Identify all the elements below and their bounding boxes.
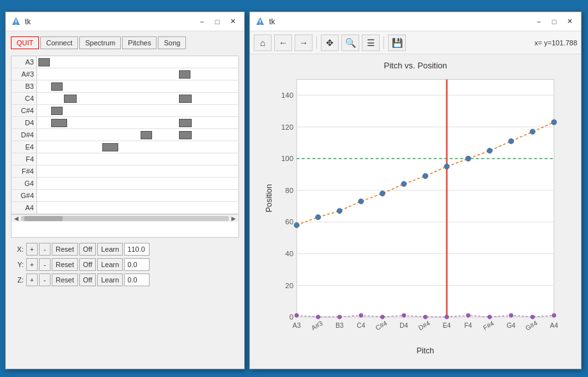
- svg-text:60: 60: [285, 218, 293, 226]
- pitches-button[interactable]: Pitches: [122, 36, 157, 49]
- ctrl-plus-0[interactable]: +: [26, 243, 38, 256]
- piano-row-track[interactable]: [37, 117, 238, 128]
- right-close-button[interactable]: ✕: [563, 15, 576, 28]
- svg-point-42: [380, 191, 385, 196]
- ctrl-minus-1[interactable]: -: [39, 258, 50, 271]
- svg-text:120: 120: [281, 123, 293, 131]
- back-button[interactable]: ←: [274, 35, 292, 51]
- song-button[interactable]: Song: [158, 36, 186, 49]
- zoom-button[interactable]: 🔍: [341, 35, 359, 51]
- svg-text:20: 20: [285, 282, 293, 289]
- ctrl-off-2[interactable]: Off: [79, 273, 96, 286]
- left-titlebar: tk − □ ✕: [6, 12, 244, 31]
- svg-point-55: [380, 315, 384, 319]
- svg-point-51: [295, 313, 298, 317]
- ctrl-reset-1[interactable]: Reset: [52, 258, 78, 271]
- scroll-right-icon[interactable]: ▶: [230, 215, 237, 222]
- svg-text:100: 100: [281, 155, 293, 162]
- ctrl-plus-2[interactable]: +: [26, 273, 38, 286]
- right-window-title: tk: [269, 17, 532, 26]
- svg-point-43: [401, 181, 406, 187]
- piano-row-label: C#4: [12, 105, 37, 116]
- piano-row-label: A4: [12, 202, 37, 213]
- svg-point-48: [509, 139, 514, 144]
- connect-button[interactable]: Connect: [40, 36, 78, 49]
- ctrl-reset-2[interactable]: Reset: [52, 273, 78, 286]
- pitch-position-chart: 020406080100120140A3A#3B3C4C#4D4D#4E4F4F…: [256, 73, 575, 357]
- ctrl-reset-0[interactable]: Reset: [52, 243, 78, 256]
- svg-text:C#4: C#4: [375, 319, 389, 332]
- svg-point-50: [552, 119, 557, 125]
- piano-row-track[interactable]: [37, 93, 238, 104]
- svg-text:40: 40: [285, 250, 293, 258]
- piano-row-track[interactable]: [37, 141, 238, 153]
- piano-row-track[interactable]: [37, 105, 238, 116]
- right-minimize-button[interactable]: −: [532, 15, 545, 28]
- ctrl-value-0: 110.0: [124, 243, 150, 256]
- settings-button[interactable]: ☰: [362, 35, 380, 51]
- quit-button[interactable]: QUIT: [11, 36, 39, 49]
- piano-row-track[interactable]: [37, 153, 238, 165]
- piano-row-label: A#3: [12, 68, 37, 80]
- svg-point-3: [259, 24, 261, 25]
- piano-row: A4: [12, 202, 238, 214]
- ctrl-value-2: 0.0: [124, 273, 150, 286]
- piano-row-track[interactable]: [37, 178, 238, 189]
- svg-point-1: [15, 24, 17, 25]
- forward-button[interactable]: →: [295, 35, 313, 51]
- left-maximize-button[interactable]: □: [211, 15, 224, 28]
- piano-row: C#4: [12, 105, 238, 117]
- home-button[interactable]: ⌂: [254, 35, 272, 51]
- svg-text:F#4: F#4: [482, 319, 495, 332]
- ctrl-learn-1[interactable]: Learn: [97, 258, 123, 271]
- piano-block: [179, 95, 192, 103]
- scroll-thumb[interactable]: [21, 216, 229, 221]
- piano-row: E4: [12, 141, 238, 153]
- piano-block: [51, 119, 67, 127]
- svg-point-52: [316, 315, 320, 319]
- ctrl-plus-1[interactable]: +: [26, 258, 38, 271]
- svg-text:80: 80: [285, 187, 293, 194]
- left-minimize-button[interactable]: −: [196, 15, 208, 28]
- move-button[interactable]: ✥: [321, 35, 339, 51]
- scroll-left-icon[interactable]: ◀: [13, 215, 20, 222]
- piano-row-track[interactable]: [37, 81, 238, 92]
- ctrl-label-0: X:: [13, 245, 24, 253]
- svg-text:Position: Position: [265, 184, 274, 212]
- chart-container: 020406080100120140A3A#3B3C4C#4D4D#4E4F4F…: [256, 73, 575, 357]
- svg-point-54: [359, 313, 363, 317]
- svg-point-58: [445, 315, 449, 319]
- piano-row: A3: [12, 56, 238, 68]
- piano-row-label: A3: [12, 56, 37, 68]
- svg-point-61: [509, 313, 513, 317]
- svg-text:D#4: D#4: [417, 319, 431, 332]
- ctrl-minus-0[interactable]: -: [39, 243, 50, 256]
- ctrl-learn-2[interactable]: Learn: [97, 273, 123, 286]
- piano-row-track[interactable]: [37, 129, 238, 141]
- piano-row: G#4: [12, 190, 238, 202]
- piano-row: C4: [12, 93, 238, 105]
- svg-text:D4: D4: [399, 322, 408, 329]
- piano-row-track[interactable]: [37, 56, 238, 68]
- piano-block: [64, 95, 77, 103]
- piano-row-track[interactable]: [37, 202, 238, 213]
- ctrl-minus-2[interactable]: -: [39, 273, 50, 286]
- svg-point-60: [488, 315, 491, 319]
- svg-text:A3: A3: [293, 322, 301, 329]
- save-button[interactable]: 💾: [388, 35, 406, 51]
- piano-row-label: E4: [12, 141, 37, 153]
- svg-text:G#4: G#4: [524, 319, 539, 332]
- left-close-button[interactable]: ✕: [226, 15, 239, 28]
- control-row: Y: + - Reset Off Learn 0.0: [13, 258, 236, 271]
- left-toolbar: QUIT Connect Spectrum Pitches Song: [11, 36, 239, 49]
- piano-row-track[interactable]: [37, 190, 238, 201]
- chart-title: Pitch vs. Position: [256, 61, 575, 70]
- piano-block: [102, 143, 118, 151]
- ctrl-off-1[interactable]: Off: [79, 258, 96, 271]
- piano-row-track[interactable]: [37, 165, 238, 177]
- ctrl-learn-0[interactable]: Learn: [97, 243, 123, 256]
- right-maximize-button[interactable]: □: [548, 15, 561, 28]
- spectrum-button[interactable]: Spectrum: [79, 36, 121, 49]
- ctrl-off-0[interactable]: Off: [79, 243, 96, 256]
- piano-row-track[interactable]: [37, 68, 238, 80]
